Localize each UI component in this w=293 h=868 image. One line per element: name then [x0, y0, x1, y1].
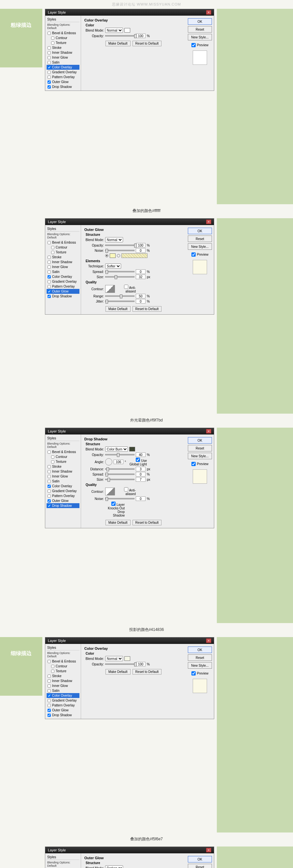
style-item-satin[interactable]: Satin — [46, 479, 79, 484]
style-item-stroke[interactable]: Stroke — [46, 464, 79, 469]
style-check-colorOverlay[interactable] — [47, 66, 51, 69]
styles-header[interactable]: Styles — [46, 855, 79, 860]
style-item-stroke[interactable]: Stroke — [46, 45, 79, 50]
close-icon[interactable]: × — [206, 429, 211, 434]
style-check-bevel[interactable] — [47, 32, 51, 35]
style-item-patternOverlay[interactable]: Pattern Overlay — [46, 703, 79, 708]
style-item-satin[interactable]: Satin — [46, 269, 79, 274]
new-style-button[interactable]: New Style... — [188, 453, 212, 459]
style-check-outerGlow[interactable] — [47, 499, 51, 502]
style-check-innerShadow[interactable] — [47, 260, 51, 264]
noise-input[interactable] — [136, 248, 145, 253]
style-check-patternOverlay[interactable] — [47, 494, 51, 498]
style-item-stroke[interactable]: Stroke — [46, 255, 79, 259]
style-check-stroke[interactable] — [47, 465, 51, 468]
style-item-contour[interactable]: Contour — [46, 35, 79, 40]
style-item-gradientOverlay[interactable]: Gradient Overlay — [46, 279, 79, 284]
style-item-stroke[interactable]: Stroke — [46, 674, 79, 678]
style-check-innerShadow[interactable] — [47, 470, 51, 473]
new-style-button[interactable]: New Style... — [188, 34, 212, 40]
style-item-bevel[interactable]: Bevel & Emboss — [46, 31, 79, 35]
shadow-color-swatch[interactable] — [129, 447, 135, 452]
style-check-outerGlow[interactable] — [47, 290, 51, 293]
slider[interactable] — [105, 245, 134, 246]
slider[interactable] — [105, 301, 134, 302]
style-item-outerGlow[interactable]: Outer Glow — [46, 708, 79, 713]
style-item-patternOverlay[interactable]: Pattern Overlay — [46, 284, 79, 289]
glow-gradient-radio[interactable] — [117, 254, 120, 257]
blend-mode-select[interactable]: Normal — [105, 28, 123, 33]
blend-mode-select[interactable]: Normal — [105, 656, 123, 661]
size-input[interactable] — [136, 275, 145, 279]
style-check-gradientOverlay[interactable] — [47, 490, 51, 493]
reset-button[interactable]: Reset — [188, 236, 212, 242]
make-default-button[interactable]: Make Default — [105, 669, 131, 675]
range-input[interactable] — [136, 294, 145, 298]
slider[interactable] — [105, 479, 134, 480]
style-check-satin[interactable] — [47, 689, 51, 692]
style-item-colorOverlay[interactable]: Color Overlay — [46, 274, 79, 279]
style-check-outerGlow[interactable] — [47, 709, 51, 712]
knockout-check[interactable] — [111, 502, 116, 506]
style-check-colorOverlay[interactable] — [47, 275, 51, 278]
global-light-check[interactable] — [136, 458, 140, 462]
style-check-bevel[interactable] — [47, 241, 51, 244]
reset-button[interactable]: Reset — [188, 26, 212, 33]
blending-options[interactable]: Blending Options: Default — [46, 860, 79, 868]
style-check-colorOverlay[interactable] — [47, 485, 51, 488]
preview-check[interactable]: Preview — [191, 671, 209, 676]
preview-check[interactable]: Preview — [191, 462, 209, 466]
slider[interactable] — [105, 35, 134, 36]
style-check-innerShadow[interactable] — [47, 679, 51, 683]
ok-button[interactable]: OK — [188, 437, 212, 444]
style-item-innerShadow[interactable]: Inner Shadow — [46, 678, 79, 683]
slider[interactable] — [105, 276, 134, 278]
style-check-dropShadow[interactable] — [47, 295, 51, 298]
style-check-colorOverlay[interactable] — [47, 694, 51, 697]
reset-default-button[interactable]: Reset to Default — [132, 520, 162, 525]
style-check-innerGlow[interactable] — [47, 56, 51, 59]
style-item-innerShadow[interactable]: Inner Shadow — [46, 50, 79, 55]
slider[interactable] — [105, 468, 134, 470]
style-check-satin[interactable] — [47, 480, 51, 483]
ok-button[interactable]: OK — [188, 18, 212, 25]
style-check-outerGlow[interactable] — [47, 81, 51, 84]
style-item-innerShadow[interactable]: Inner Shadow — [46, 259, 79, 265]
style-check-patternOverlay[interactable] — [47, 285, 51, 288]
style-check-contour[interactable] — [51, 36, 54, 40]
technique-select[interactable]: Softer — [105, 264, 121, 269]
style-check-contour[interactable] — [51, 665, 54, 668]
style-item-dropShadow[interactable]: Drop Shadow — [46, 713, 79, 717]
close-icon[interactable]: × — [206, 10, 211, 14]
style-item-colorOverlay[interactable]: Color Overlay — [46, 65, 79, 70]
reset-button[interactable]: Reset — [188, 864, 212, 868]
style-check-satin[interactable] — [47, 61, 51, 64]
reset-default-button[interactable]: Reset to Default — [132, 669, 162, 675]
style-item-innerShadow[interactable]: Inner Shadow — [46, 469, 79, 474]
make-default-button[interactable]: Make Default — [105, 306, 131, 312]
style-check-stroke[interactable] — [47, 256, 51, 259]
style-item-contour[interactable]: Contour — [46, 245, 79, 250]
style-check-bevel[interactable] — [47, 451, 51, 454]
contour-picker[interactable] — [105, 488, 115, 495]
opacity-input[interactable] — [136, 662, 145, 666]
style-check-texture[interactable] — [51, 251, 54, 254]
close-icon[interactable]: × — [206, 639, 211, 643]
style-item-innerGlow[interactable]: Inner Glow — [46, 55, 79, 60]
style-item-patternOverlay[interactable]: Pattern Overlay — [46, 493, 79, 498]
style-item-contour[interactable]: Contour — [46, 664, 79, 669]
style-item-satin[interactable]: Satin — [46, 688, 79, 693]
style-check-innerGlow[interactable] — [47, 266, 51, 269]
glow-color-swatch[interactable] — [110, 253, 116, 258]
style-item-texture[interactable]: Texture — [46, 459, 79, 464]
preview-check[interactable]: Preview — [191, 252, 209, 257]
blending-options[interactable]: Blending Options: Default — [46, 22, 79, 31]
reset-default-button[interactable]: Reset to Default — [132, 41, 162, 46]
style-check-dropShadow[interactable] — [47, 504, 51, 507]
blend-mode-select[interactable]: Normal — [105, 237, 123, 242]
style-check-contour[interactable] — [51, 246, 54, 249]
style-item-texture[interactable]: Texture — [46, 40, 79, 45]
size-input[interactable] — [136, 477, 145, 482]
style-check-dropShadow[interactable] — [47, 85, 51, 89]
slider[interactable] — [105, 250, 134, 251]
